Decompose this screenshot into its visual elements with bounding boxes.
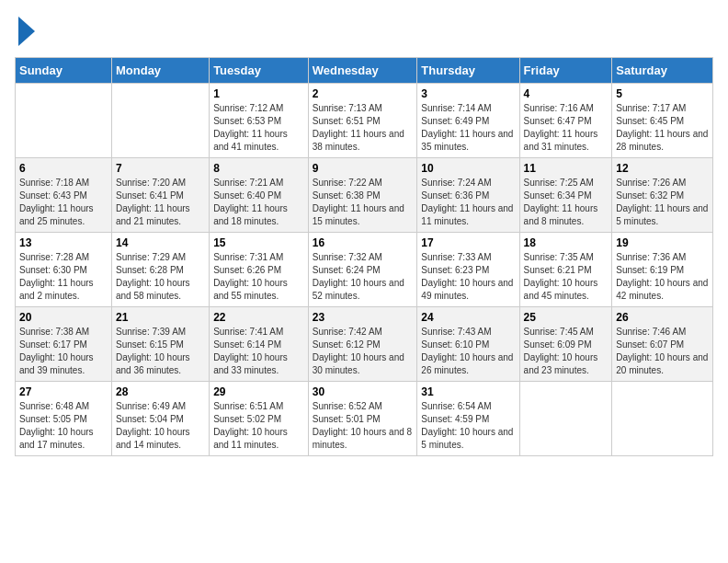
calendar-cell: 26Sunrise: 7:46 AM Sunset: 6:07 PM Dayli… bbox=[612, 307, 713, 382]
day-info: Sunrise: 7:33 AM Sunset: 6:23 PM Dayligh… bbox=[421, 251, 515, 303]
day-info: Sunrise: 7:20 AM Sunset: 6:41 PM Dayligh… bbox=[116, 177, 205, 228]
calendar-cell: 3Sunrise: 7:14 AM Sunset: 6:49 PM Daylig… bbox=[417, 84, 519, 158]
calendar-cell: 24Sunrise: 7:43 AM Sunset: 6:10 PM Dayli… bbox=[417, 307, 519, 382]
day-info: Sunrise: 7:24 AM Sunset: 6:36 PM Dayligh… bbox=[421, 177, 515, 228]
calendar-cell bbox=[612, 382, 713, 456]
calendar-cell: 8Sunrise: 7:21 AM Sunset: 6:40 PM Daylig… bbox=[210, 158, 309, 233]
calendar-header: SundayMondayTuesdayWednesdayThursdayFrid… bbox=[16, 58, 713, 84]
day-number: 18 bbox=[524, 236, 609, 249]
calendar-cell: 20Sunrise: 7:38 AM Sunset: 6:17 PM Dayli… bbox=[16, 307, 112, 382]
day-number: 27 bbox=[19, 385, 108, 398]
day-info: Sunrise: 6:48 AM Sunset: 5:05 PM Dayligh… bbox=[19, 400, 108, 452]
day-number: 5 bbox=[616, 87, 709, 100]
logo bbox=[15, 15, 37, 48]
calendar-cell: 22Sunrise: 7:41 AM Sunset: 6:14 PM Dayli… bbox=[210, 307, 309, 382]
calendar-cell: 1Sunrise: 7:12 AM Sunset: 6:53 PM Daylig… bbox=[210, 84, 309, 158]
calendar-cell: 19Sunrise: 7:36 AM Sunset: 6:19 PM Dayli… bbox=[612, 233, 713, 307]
day-info: Sunrise: 7:32 AM Sunset: 6:24 PM Dayligh… bbox=[313, 251, 414, 303]
day-number: 7 bbox=[116, 162, 205, 175]
calendar-cell: 25Sunrise: 7:45 AM Sunset: 6:09 PM Dayli… bbox=[519, 307, 612, 382]
day-info: Sunrise: 7:14 AM Sunset: 6:49 PM Dayligh… bbox=[421, 102, 515, 154]
week-row-3: 13Sunrise: 7:28 AM Sunset: 6:30 PM Dayli… bbox=[16, 233, 713, 307]
day-info: Sunrise: 7:43 AM Sunset: 6:10 PM Dayligh… bbox=[421, 326, 515, 377]
day-info: Sunrise: 7:18 AM Sunset: 6:43 PM Dayligh… bbox=[19, 177, 108, 228]
day-number: 20 bbox=[19, 311, 108, 324]
calendar-cell: 21Sunrise: 7:39 AM Sunset: 6:15 PM Dayli… bbox=[111, 307, 209, 382]
day-header-friday: Friday bbox=[519, 58, 612, 84]
day-number: 15 bbox=[213, 236, 304, 249]
calendar-cell: 15Sunrise: 7:31 AM Sunset: 6:26 PM Dayli… bbox=[210, 233, 309, 307]
calendar-cell: 16Sunrise: 7:32 AM Sunset: 6:24 PM Dayli… bbox=[308, 233, 417, 307]
day-number: 29 bbox=[213, 385, 304, 398]
calendar-cell: 12Sunrise: 7:26 AM Sunset: 6:32 PM Dayli… bbox=[612, 158, 713, 233]
day-info: Sunrise: 7:16 AM Sunset: 6:47 PM Dayligh… bbox=[524, 102, 609, 154]
day-number: 25 bbox=[524, 311, 609, 324]
day-number: 16 bbox=[313, 236, 414, 249]
calendar-cell: 17Sunrise: 7:33 AM Sunset: 6:23 PM Dayli… bbox=[417, 233, 519, 307]
day-number: 2 bbox=[313, 87, 414, 100]
day-info: Sunrise: 7:42 AM Sunset: 6:12 PM Dayligh… bbox=[313, 326, 414, 377]
day-number: 11 bbox=[524, 162, 609, 175]
calendar-cell bbox=[519, 382, 612, 456]
day-header-saturday: Saturday bbox=[612, 58, 713, 84]
calendar-cell: 28Sunrise: 6:49 AM Sunset: 5:04 PM Dayli… bbox=[111, 382, 209, 456]
calendar-cell: 14Sunrise: 7:29 AM Sunset: 6:28 PM Dayli… bbox=[111, 233, 209, 307]
day-number: 12 bbox=[616, 162, 709, 175]
day-number: 23 bbox=[313, 311, 414, 324]
day-info: Sunrise: 7:41 AM Sunset: 6:14 PM Dayligh… bbox=[213, 326, 304, 377]
day-headers-row: SundayMondayTuesdayWednesdayThursdayFrid… bbox=[16, 58, 713, 84]
calendar-cell: 18Sunrise: 7:35 AM Sunset: 6:21 PM Dayli… bbox=[519, 233, 612, 307]
day-header-monday: Monday bbox=[111, 58, 209, 84]
week-row-2: 6Sunrise: 7:18 AM Sunset: 6:43 PM Daylig… bbox=[16, 158, 713, 233]
calendar-body: 1Sunrise: 7:12 AM Sunset: 6:53 PM Daylig… bbox=[16, 84, 713, 456]
calendar-cell: 23Sunrise: 7:42 AM Sunset: 6:12 PM Dayli… bbox=[308, 307, 417, 382]
day-info: Sunrise: 7:25 AM Sunset: 6:34 PM Dayligh… bbox=[524, 177, 609, 228]
day-number: 1 bbox=[213, 87, 304, 100]
day-number: 31 bbox=[421, 385, 515, 398]
day-info: Sunrise: 7:28 AM Sunset: 6:30 PM Dayligh… bbox=[19, 251, 108, 303]
day-number: 17 bbox=[421, 236, 515, 249]
day-info: Sunrise: 7:36 AM Sunset: 6:19 PM Dayligh… bbox=[616, 251, 709, 303]
day-info: Sunrise: 6:54 AM Sunset: 4:59 PM Dayligh… bbox=[421, 400, 515, 452]
day-info: Sunrise: 7:45 AM Sunset: 6:09 PM Dayligh… bbox=[524, 326, 609, 377]
calendar-cell: 2Sunrise: 7:13 AM Sunset: 6:51 PM Daylig… bbox=[308, 84, 417, 158]
week-row-4: 20Sunrise: 7:38 AM Sunset: 6:17 PM Dayli… bbox=[16, 307, 713, 382]
calendar-cell: 4Sunrise: 7:16 AM Sunset: 6:47 PM Daylig… bbox=[519, 84, 612, 158]
day-info: Sunrise: 7:17 AM Sunset: 6:45 PM Dayligh… bbox=[616, 102, 709, 154]
day-header-wednesday: Wednesday bbox=[308, 58, 417, 84]
calendar-cell: 31Sunrise: 6:54 AM Sunset: 4:59 PM Dayli… bbox=[417, 382, 519, 456]
day-info: Sunrise: 7:21 AM Sunset: 6:40 PM Dayligh… bbox=[213, 177, 304, 228]
day-info: Sunrise: 7:39 AM Sunset: 6:15 PM Dayligh… bbox=[116, 326, 205, 377]
day-number: 22 bbox=[213, 311, 304, 324]
day-info: Sunrise: 6:52 AM Sunset: 5:01 PM Dayligh… bbox=[313, 400, 414, 452]
day-number: 19 bbox=[616, 236, 709, 249]
calendar-cell bbox=[16, 84, 112, 158]
day-number: 26 bbox=[616, 311, 709, 324]
day-info: Sunrise: 7:29 AM Sunset: 6:28 PM Dayligh… bbox=[116, 251, 205, 303]
week-row-1: 1Sunrise: 7:12 AM Sunset: 6:53 PM Daylig… bbox=[16, 84, 713, 158]
day-number: 9 bbox=[313, 162, 414, 175]
day-number: 14 bbox=[116, 236, 205, 249]
day-number: 8 bbox=[213, 162, 304, 175]
day-header-thursday: Thursday bbox=[417, 58, 519, 84]
page-header bbox=[15, 15, 713, 48]
day-info: Sunrise: 6:49 AM Sunset: 5:04 PM Dayligh… bbox=[116, 400, 205, 452]
day-number: 10 bbox=[421, 162, 515, 175]
calendar-cell: 7Sunrise: 7:20 AM Sunset: 6:41 PM Daylig… bbox=[111, 158, 209, 233]
day-info: Sunrise: 6:51 AM Sunset: 5:02 PM Dayligh… bbox=[213, 400, 304, 452]
day-number: 3 bbox=[421, 87, 515, 100]
day-number: 30 bbox=[313, 385, 414, 398]
day-info: Sunrise: 7:38 AM Sunset: 6:17 PM Dayligh… bbox=[19, 326, 108, 377]
day-number: 13 bbox=[19, 236, 108, 249]
calendar-cell: 6Sunrise: 7:18 AM Sunset: 6:43 PM Daylig… bbox=[16, 158, 112, 233]
day-info: Sunrise: 7:12 AM Sunset: 6:53 PM Dayligh… bbox=[213, 102, 304, 154]
day-header-sunday: Sunday bbox=[16, 58, 112, 84]
calendar-cell: 13Sunrise: 7:28 AM Sunset: 6:30 PM Dayli… bbox=[16, 233, 112, 307]
day-info: Sunrise: 7:35 AM Sunset: 6:21 PM Dayligh… bbox=[524, 251, 609, 303]
week-row-5: 27Sunrise: 6:48 AM Sunset: 5:05 PM Dayli… bbox=[16, 382, 713, 456]
day-info: Sunrise: 7:31 AM Sunset: 6:26 PM Dayligh… bbox=[213, 251, 304, 303]
calendar-cell: 5Sunrise: 7:17 AM Sunset: 6:45 PM Daylig… bbox=[612, 84, 713, 158]
calendar-cell bbox=[111, 84, 209, 158]
day-info: Sunrise: 7:22 AM Sunset: 6:38 PM Dayligh… bbox=[313, 177, 414, 228]
calendar-cell: 30Sunrise: 6:52 AM Sunset: 5:01 PM Dayli… bbox=[308, 382, 417, 456]
